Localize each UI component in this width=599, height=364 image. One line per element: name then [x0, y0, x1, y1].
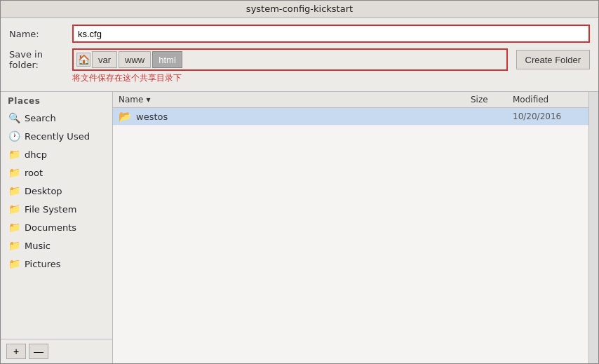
- folder-icon-filesystem: 📁: [8, 203, 20, 215]
- breadcrumb-bar: 🏠 var www html: [72, 48, 508, 71]
- home-icon[interactable]: 🏠: [76, 53, 90, 67]
- sidebar-item-dhcp[interactable]: 📁 dhcp: [1, 145, 112, 163]
- title-bar: system-config-kickstart: [1, 1, 598, 18]
- sidebar-dhcp-label: dhcp: [25, 149, 47, 160]
- sort-icon: ▾: [146, 95, 150, 105]
- scrollbar[interactable]: [588, 92, 598, 363]
- file-date: 10/20/2016: [513, 112, 583, 121]
- dialog: system-config-kickstart Name: Save in fo…: [0, 0, 599, 364]
- folder-icon-documents: 📁: [8, 221, 20, 234]
- top-section: Name: Save in folder: 🏠 var www html Cre…: [1, 18, 598, 91]
- sidebar-documents-label: Documents: [25, 222, 76, 233]
- file-area: Name ▾ Size Modified 📂 westos 10/20/2016: [113, 92, 588, 363]
- file-list: 📂 westos 10/20/2016: [113, 108, 588, 363]
- col-size: Size: [471, 95, 513, 105]
- file-header: Name ▾ Size Modified: [113, 92, 588, 108]
- main-area: Places 🔍 Search 🕐 Recently Used 📁 dhcp 📁…: [1, 91, 598, 363]
- folder-icon-root: 📁: [8, 166, 20, 179]
- sidebar-item-music[interactable]: 📁 Music: [1, 236, 112, 255]
- remove-place-button[interactable]: —: [29, 344, 48, 359]
- folder-icon: 📂: [119, 110, 132, 123]
- recent-icon: 🕐: [8, 130, 20, 142]
- folder-icon-dhcp: 📁: [8, 148, 20, 161]
- sidebar-item-documents[interactable]: 📁 Documents: [1, 218, 112, 236]
- save-label: Save in folder:: [9, 49, 72, 70]
- col-name[interactable]: Name ▾: [119, 95, 471, 105]
- sidebar-root-label: root: [25, 168, 43, 178]
- name-row: Name:: [9, 25, 590, 43]
- tooltip-text: 将文件保存在这个共享目录下: [9, 71, 590, 87]
- create-folder-button[interactable]: Create Folder: [516, 50, 590, 69]
- dialog-title: system-config-kickstart: [246, 4, 353, 14]
- sidebar-item-filesystem[interactable]: 📁 File System: [1, 200, 112, 218]
- folder-icon-music: 📁: [8, 239, 20, 252]
- add-place-button[interactable]: +: [6, 344, 26, 359]
- breadcrumb-var[interactable]: var: [92, 51, 117, 68]
- sidebar-item-recently-used[interactable]: 🕐 Recently Used: [1, 127, 112, 145]
- folder-icon-pictures: 📁: [8, 257, 20, 270]
- sidebar-desktop-label: Desktop: [25, 186, 62, 196]
- file-name: westos: [136, 112, 168, 122]
- folder-icon-desktop: 📁: [8, 184, 20, 197]
- sidebar-item-root[interactable]: 📁 root: [1, 163, 112, 182]
- file-name-cell: 📂 westos: [119, 110, 471, 123]
- sidebar-item-search[interactable]: 🔍 Search: [1, 109, 112, 127]
- sidebar-item-desktop[interactable]: 📁 Desktop: [1, 182, 112, 200]
- save-row: Save in folder: 🏠 var www html Create Fo…: [9, 48, 590, 71]
- sidebar-recent-label: Recently Used: [25, 131, 90, 142]
- breadcrumb-www[interactable]: www: [119, 51, 151, 68]
- sidebar: Places 🔍 Search 🕐 Recently Used 📁 dhcp 📁…: [1, 92, 113, 363]
- sidebar-item-pictures[interactable]: 📁 Pictures: [1, 255, 112, 273]
- breadcrumb-html[interactable]: html: [152, 51, 182, 68]
- sidebar-footer: + —: [1, 339, 112, 363]
- sidebar-filesystem-label: File System: [25, 204, 76, 215]
- col-modified: Modified: [513, 95, 583, 105]
- sidebar-search-label: Search: [25, 113, 56, 123]
- sidebar-pictures-label: Pictures: [25, 259, 60, 269]
- name-label: Name:: [9, 29, 72, 39]
- name-input[interactable]: [72, 25, 590, 43]
- search-icon: 🔍: [8, 112, 20, 124]
- sidebar-music-label: Music: [25, 241, 51, 251]
- table-row[interactable]: 📂 westos 10/20/2016: [113, 108, 588, 126]
- sidebar-header: Places: [1, 92, 112, 109]
